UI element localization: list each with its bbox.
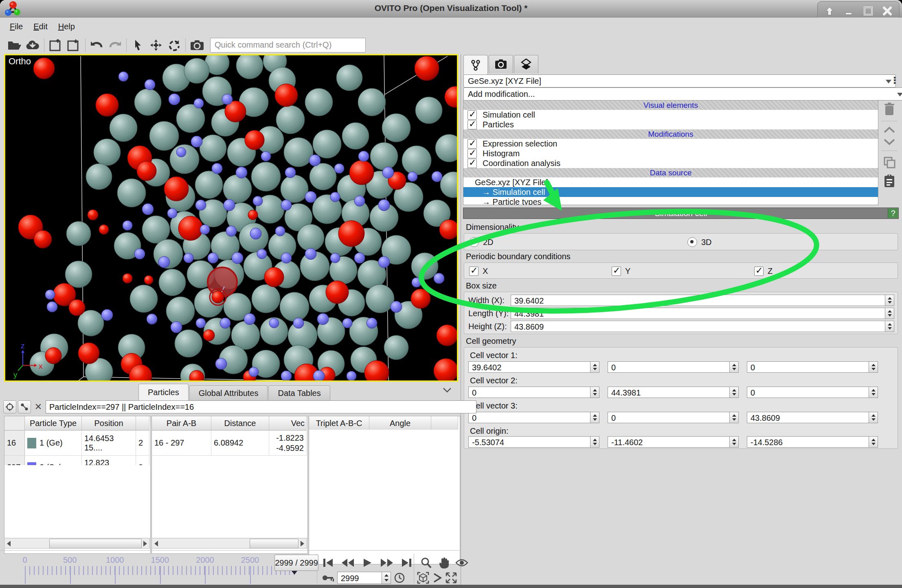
radio-icon[interactable]: [469, 237, 479, 247]
cell-v1-x-input[interactable]: 39.6402: [468, 361, 590, 373]
particle-se-red[interactable]: [144, 275, 153, 284]
column-header-vector[interactable]: Vec: [269, 416, 307, 431]
checkbox-icon[interactable]: [612, 267, 621, 276]
tab-overlays[interactable]: [514, 55, 538, 73]
cell-origin-y-input[interactable]: -11.4602: [608, 436, 730, 448]
pbc-y-checkbox[interactable]: Y: [612, 267, 630, 276]
cell-v2-x-input[interactable]: 0: [468, 387, 590, 398]
particle-ge[interactable]: [149, 121, 179, 151]
tab-global-attributes[interactable]: Global Attributes: [189, 385, 268, 400]
snapshot-icon[interactable]: [188, 37, 206, 53]
select-mode-icon[interactable]: [129, 37, 147, 53]
particle-se-red[interactable]: [137, 161, 156, 181]
particle-blue[interactable]: [194, 98, 204, 108]
particle-blue[interactable]: [142, 203, 154, 215]
spinner[interactable]: [590, 412, 599, 423]
particle-se-red[interactable]: [411, 289, 430, 308]
particle-ge[interactable]: [276, 105, 305, 134]
checkbox-icon[interactable]: [754, 267, 764, 276]
particle-se-red[interactable]: [349, 160, 374, 185]
clock-icon[interactable]: [394, 573, 405, 583]
radio-icon[interactable]: [687, 237, 697, 247]
particle-ge[interactable]: [309, 163, 336, 190]
particle-se-red[interactable]: [338, 221, 364, 247]
particle-blue[interactable]: [196, 318, 206, 328]
particle-ge[interactable]: [110, 114, 137, 142]
particle-ge[interactable]: [435, 134, 457, 162]
pair-table-scrollbar[interactable]: [151, 538, 307, 549]
particle-blue[interactable]: [226, 226, 237, 236]
particle-ge[interactable]: [280, 292, 309, 321]
particle-se-red[interactable]: [212, 291, 224, 303]
cell-v1-z-input[interactable]: 0: [747, 361, 869, 373]
radio-3d[interactable]: 3D: [687, 237, 712, 247]
particle-blue[interactable]: [281, 371, 292, 380]
particle-ge[interactable]: [284, 138, 313, 167]
particle-blue[interactable]: [285, 167, 296, 178]
particle-ge[interactable]: [252, 284, 280, 313]
particle-ge[interactable]: [281, 175, 308, 203]
spinner[interactable]: [885, 308, 894, 319]
skip-end-icon[interactable]: [398, 555, 415, 570]
pipeline-item-expression-selection[interactable]: Expression selection: [463, 139, 878, 149]
pipeline-menu-button[interactable]: ⋮: [889, 74, 900, 87]
particle-ge[interactable]: [166, 297, 195, 325]
menu-edit[interactable]: Edit: [29, 20, 51, 33]
particle-blue[interactable]: [171, 321, 182, 333]
cell-v3-y-input[interactable]: 0: [608, 412, 730, 423]
particle-se-red[interactable]: [99, 225, 109, 234]
frame-spinbox[interactable]: 2999: [337, 572, 391, 584]
frame-marker-icon[interactable]: [292, 571, 297, 575]
zoom-icon[interactable]: [418, 555, 434, 570]
scrollbar-thumb[interactable]: [250, 539, 298, 549]
help-button[interactable]: ?: [888, 208, 898, 218]
particle-ge[interactable]: [313, 130, 341, 158]
cell-v3-x-input[interactable]: 0: [468, 412, 590, 423]
radio-2d[interactable]: 2D: [469, 237, 494, 247]
particle-blue[interactable]: [281, 253, 292, 263]
cell-origin-x-input[interactable]: -5.53074: [468, 436, 590, 448]
column-header[interactable]: [136, 416, 149, 431]
menu-file[interactable]: File: [6, 20, 27, 33]
particle-se-red[interactable]: [123, 273, 132, 283]
render-box-icon[interactable]: [417, 572, 429, 584]
export-file-icon[interactable]: [47, 37, 65, 53]
particle-blue[interactable]: [367, 318, 377, 328]
spinner[interactable]: [869, 387, 878, 398]
particle-blue[interactable]: [45, 290, 55, 299]
spinner[interactable]: [590, 387, 599, 398]
particle-se-red[interactable]: [178, 216, 203, 240]
particle-se-red[interactable]: [203, 330, 215, 341]
particle-ge[interactable]: [117, 179, 146, 207]
cell-v1-y-input[interactable]: 0: [608, 361, 730, 373]
particle-blue[interactable]: [123, 221, 132, 230]
particle-table-scrollbar[interactable]: [4, 538, 150, 549]
particle-blue[interactable]: [200, 225, 210, 234]
particle-blue[interactable]: [391, 301, 402, 313]
height-z-input[interactable]: 43.8609: [511, 321, 885, 332]
move-down-icon[interactable]: [883, 138, 895, 146]
redo-icon[interactable]: [106, 37, 124, 53]
particle-blue[interactable]: [169, 94, 180, 105]
spinner[interactable]: [869, 412, 878, 423]
particle-blue[interactable]: [212, 163, 222, 174]
pipeline-item-histogram[interactable]: Histogram: [463, 149, 878, 158]
particle-blue[interactable]: [317, 313, 329, 325]
particle-ge[interactable]: [402, 146, 431, 175]
particle-blue[interactable]: [134, 249, 145, 259]
checkbox-icon[interactable]: [469, 267, 478, 276]
column-header-pair[interactable]: Pair A-B: [152, 416, 211, 431]
pair-table[interactable]: Pair A-B Distance Vec 16 - 297 6.08942 -…: [151, 416, 308, 456]
menu-help[interactable]: Help: [54, 20, 79, 33]
particle-blue[interactable]: [382, 167, 394, 178]
particle-se-red[interactable]: [164, 177, 189, 201]
particle-se-red[interactable]: [434, 358, 457, 380]
pipeline-item-coordination-analysis[interactable]: Coordination analysis: [463, 158, 878, 168]
particle-blue[interactable]: [354, 196, 365, 206]
pbc-z-checkbox[interactable]: Z: [754, 267, 773, 276]
particle-blue[interactable]: [378, 256, 390, 268]
particle-blue[interactable]: [158, 256, 170, 268]
checkbox-icon[interactable]: [467, 120, 477, 129]
particle-ge[interactable]: [65, 261, 92, 288]
frame-ruler[interactable]: 05001000150020002500: [16, 560, 301, 579]
